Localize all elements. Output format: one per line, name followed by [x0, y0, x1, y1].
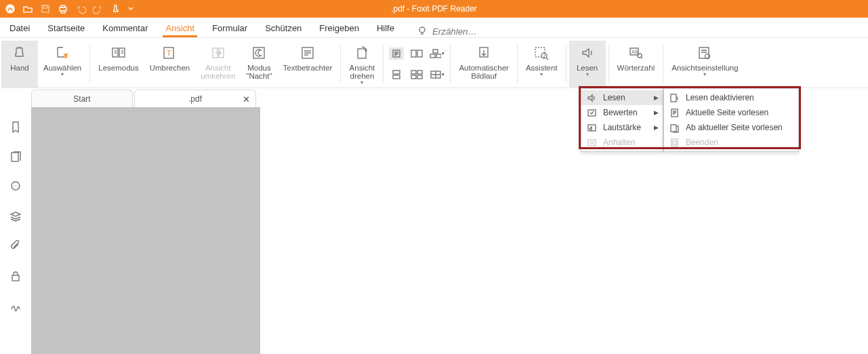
split-view-icon[interactable]: ▾: [430, 68, 445, 81]
page-sound-icon: [668, 92, 680, 104]
tell-me-input[interactable]: [431, 26, 526, 37]
signature-icon[interactable]: [8, 298, 23, 313]
undo-icon[interactable]: [75, 3, 87, 15]
select-button[interactable]: Auswählen ▾: [38, 41, 87, 87]
menu-anhalten-label: Anhalten: [603, 138, 635, 147]
facing-icon[interactable]: [409, 47, 424, 60]
page-icon: [668, 106, 680, 119]
hand-tool-button[interactable]: Hand: [1, 41, 38, 87]
rotate-view-button[interactable]: Ansicht drehen ▾: [344, 41, 380, 87]
touch-mode-icon[interactable]: [110, 3, 122, 15]
svg-rect-22: [417, 71, 422, 74]
read-menu: Lesen ▶ Bewerten ▶ Lautstärke ▶ Anhalten: [581, 88, 663, 152]
redo-icon[interactable]: [92, 3, 104, 15]
text-viewer-button[interactable]: Textbetrachter: [278, 41, 338, 87]
tab-ansicht[interactable]: Ansicht: [163, 19, 197, 37]
single-page-icon[interactable]: [389, 47, 404, 60]
word-count-button[interactable]: AB Wörterzahl: [612, 41, 661, 87]
menu-item-bewerten[interactable]: Bewerten ▶: [581, 105, 663, 120]
tab-datei[interactable]: Datei: [7, 19, 33, 37]
continuous-facing-icon[interactable]: [409, 68, 424, 81]
tab-freigeben[interactable]: Freigeben: [316, 19, 362, 37]
svg-point-39: [13, 185, 14, 186]
invert-l1: Ansicht: [205, 64, 231, 72]
doc-tab-start[interactable]: Start: [31, 90, 133, 107]
page-display-group-1: [386, 41, 407, 87]
tell-me-search[interactable]: [417, 26, 526, 37]
submenu-item-beenden: Beenden: [664, 135, 798, 150]
read-aloud-button[interactable]: Lesen ▾: [569, 41, 606, 87]
invert-icon: [209, 43, 227, 62]
submenu-deaktivieren-label: Lesen deaktivieren: [686, 93, 754, 102]
tab-startseite[interactable]: Startseite: [45, 19, 87, 37]
submenu-beenden-label: Beenden: [686, 138, 718, 147]
layers-icon[interactable]: [8, 209, 23, 224]
bookmark-icon[interactable]: [8, 119, 23, 134]
chevron-right-icon: ▶: [654, 109, 659, 116]
page-display-group-2: [407, 41, 427, 87]
separator: [89, 45, 90, 83]
invert-l2: umkehren: [201, 72, 235, 80]
continuous-page-icon[interactable]: [389, 68, 404, 81]
menu-item-lesen[interactable]: Lesen ▶: [581, 90, 663, 105]
separator: [383, 45, 384, 83]
word-count-icon: AB: [627, 43, 644, 62]
reflow-icon: T: [161, 43, 178, 62]
print-icon[interactable]: [57, 3, 69, 15]
night-mode-button[interactable]: Modus "Nacht": [241, 41, 277, 87]
reflow-button[interactable]: T Umbrechen: [144, 41, 195, 87]
menu-item-lautstaerke[interactable]: Lautstärke ▶: [581, 120, 663, 135]
title-bar: .pdf - Foxit PDF Reader: [0, 0, 868, 18]
qat-dropdown-icon[interactable]: [127, 3, 134, 15]
pages-forward-icon: [668, 121, 680, 134]
submenu-item-aktuelle-seite[interactable]: Aktuelle Seite vorlesen: [664, 105, 798, 120]
text-viewer-label: Textbetrachter: [283, 64, 333, 72]
doc-tab-pdf[interactable]: .pdf ✕: [134, 90, 256, 107]
auto-scroll-button[interactable]: Automatischer Bildlauf: [453, 41, 514, 87]
doc-tab-start-label: Start: [73, 94, 90, 104]
separator: [663, 45, 663, 83]
autoscroll-l2: Bildlauf: [471, 72, 497, 80]
separator: [340, 45, 341, 83]
autoscroll-l1: Automatischer: [459, 64, 509, 72]
open-icon[interactable]: [22, 3, 34, 15]
comments-icon[interactable]: [8, 179, 23, 194]
separator: [566, 45, 566, 83]
attachment-icon[interactable]: [8, 239, 23, 254]
tab-hilfe[interactable]: Hilfe: [374, 19, 397, 37]
ribbon: Hand Auswählen ▾ Lesemodus T Umbrechen A…: [0, 38, 868, 88]
pause-icon: [585, 136, 598, 149]
app-logo-icon[interactable]: [4, 3, 16, 15]
security-icon[interactable]: [8, 269, 23, 283]
svg-text:AB: AB: [632, 50, 638, 54]
separate-cover-icon[interactable]: ▾: [430, 47, 445, 60]
word-count-label: Wörterzahl: [617, 64, 655, 72]
chevron-down-icon: ▾: [703, 72, 706, 77]
svg-rect-45: [588, 140, 596, 146]
svg-rect-50: [673, 141, 676, 144]
menu-item-anhalten: Anhalten: [581, 135, 663, 150]
view-settings-button[interactable]: Ansichtseinstellung ▾: [666, 41, 743, 87]
svg-rect-19: [411, 50, 416, 57]
moon-icon: [250, 43, 268, 62]
svg-rect-23: [411, 75, 416, 79]
svg-rect-5: [61, 11, 65, 13]
save-icon[interactable]: [39, 3, 51, 15]
close-icon[interactable]: ✕: [243, 94, 250, 104]
document-canvas[interactable]: [31, 107, 260, 354]
submenu-item-ab-aktueller[interactable]: Ab aktueller Seite vorlesen: [664, 120, 798, 135]
tab-kommentar[interactable]: Kommentar: [100, 19, 150, 37]
separator: [608, 45, 609, 83]
submenu-aktuelle-label: Aktuelle Seite vorlesen: [686, 108, 768, 117]
svg-rect-20: [417, 50, 422, 57]
submenu-item-deaktivieren[interactable]: Lesen deaktivieren: [664, 90, 798, 105]
pages-icon[interactable]: [8, 149, 23, 164]
rotate-icon: [353, 43, 371, 62]
speaker-icon: [579, 43, 596, 62]
assistant-button[interactable]: Assistent ▾: [520, 41, 563, 87]
read-mode-button[interactable]: Lesemodus: [93, 41, 144, 87]
tab-formular[interactable]: Formular: [209, 19, 250, 37]
svg-point-6: [419, 27, 425, 33]
navigation-rail: [0, 107, 31, 354]
tab-schuetzen[interactable]: Schützen: [262, 19, 304, 37]
